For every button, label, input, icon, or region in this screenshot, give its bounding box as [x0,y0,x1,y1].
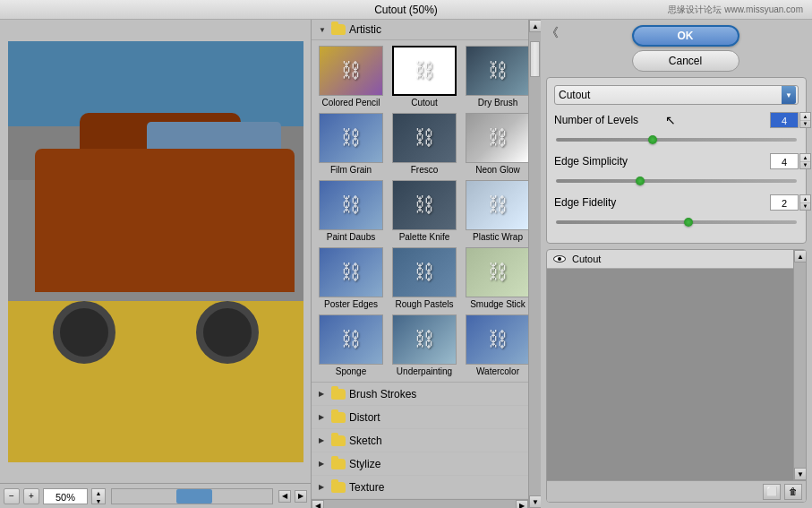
filter-item-poster-edges[interactable]: ⛓Poster Edges [315,245,387,311]
filter-thumb-palette-knife: ⛓ [392,180,457,230]
filter-item-cutout[interactable]: ⛓Cutout [389,44,460,109]
filter-label-plastic-wrap: Plastic Wrap [473,232,523,242]
layer-toolbar: ⬜ 🗑 [547,480,806,502]
filter-scroll-up[interactable]: ▲ [529,20,541,32]
category-stylize[interactable]: ▶Stylize [312,452,528,476]
filter-thumb-poster-edges: ⛓ [319,247,383,297]
zoom-out-button[interactable]: − [4,488,20,504]
filter-item-colored-pencil[interactable]: ⛓Colored Pencil [315,44,387,109]
filter-thumb-dry-brush: ⛓ [466,46,528,96]
spinner-up-icon[interactable]: ▲ [800,154,810,162]
zoom-spinner-up-icon[interactable]: ▲ [96,489,102,497]
num-levels-thumb[interactable] [648,135,657,144]
filter-item-palette-knife[interactable]: ⛓Palette Knife [389,178,460,244]
eye-shape [553,255,566,263]
filter-item-underpainting[interactable]: ⛓Underpainting [389,313,460,378]
edge-simplicity-slider[interactable] [556,179,797,183]
truck-wheel-left [53,301,115,364]
edge-fidelity-thumb[interactable] [684,218,693,227]
filter-item-fresco[interactable]: ⛓Fresco [389,111,460,177]
edge-simplicity-thumb[interactable] [636,177,645,185]
category-texture[interactable]: ▶Texture [312,476,528,499]
horizontal-scrollbar[interactable] [111,488,273,504]
filter-label-neon-glow: Neon Glow [475,165,519,175]
scroll-left-arrow[interactable]: ◀ [278,490,291,503]
zoom-in-button[interactable]: + [23,488,39,504]
filter-scroll-thumb[interactable] [530,41,540,77]
spinner-up-icon[interactable]: ▲ [800,195,810,203]
layer-scroll-up[interactable]: ▲ [794,250,807,263]
filter-item-smudge-stick[interactable]: ⛓Smudge Stick [462,245,528,311]
category-distort[interactable]: ▶Distort [312,406,528,429]
num-levels-value[interactable]: 4 [770,112,799,128]
chain-icon-palette-knife: ⛓ [415,194,434,217]
filter-item-plastic-wrap[interactable]: ⛓Plastic Wrap [462,178,528,244]
ok-button[interactable]: OK [632,25,739,47]
filter-dropdown-arrow[interactable]: ▼ [782,86,796,104]
filter-select-row: Cutout ▼ [554,85,799,105]
chain-icon-neon-glow: ⛓ [488,126,508,150]
edge-simplicity-spinner[interactable]: ▲ ▼ [799,153,811,169]
folder-icon-texture [331,482,346,493]
edge-fidelity-slider[interactable] [556,220,797,224]
filter-item-rough-pastels[interactable]: ⛓Rough Pastels [389,245,460,311]
filter-thumb-film-grain: ⛓ [319,113,383,163]
layer-delete-button[interactable]: 🗑 [784,484,802,500]
collapse-button[interactable]: ▼ [317,24,328,35]
scroll-right-arrow[interactable]: ▶ [295,490,307,503]
truck-main [35,149,295,292]
filter-thumb-fresco: ⛓ [392,113,457,163]
filter-label-cutout: Cutout [411,98,437,108]
filter-item-dry-brush[interactable]: ⛓Dry Brush [462,44,528,109]
filter-label-underpainting: Underpainting [397,366,452,376]
spinner-down-icon[interactable]: ▼ [800,162,810,169]
layer-content: Cutout [547,250,793,480]
cancel-button[interactable]: Cancel [632,50,739,72]
scroll-left-btn[interactable]: ◀ [312,500,324,509]
filter-item-paint-daubs[interactable]: ⛓Paint Daubs [315,178,387,244]
eye-icon[interactable] [552,254,567,264]
zoom-spinner-down-icon[interactable]: ▼ [96,497,102,505]
preview-toolbar: − + 50% ▲ ▼ ◀ ▶ [0,483,311,508]
edge-fidelity-spinner[interactable]: ▲ ▼ [799,194,811,211]
chain-icon-underpainting: ⛓ [415,328,434,351]
settings-panel: 《 OK Cancel Cutout ▼ Number of Levels ↖ … [541,20,812,508]
truck-wheel-right [196,301,259,364]
category-label-texture: Texture [349,481,384,494]
num-levels-slider-row [554,133,799,146]
scroll-right-btn[interactable]: ▶ [516,500,528,509]
scroll-track[interactable] [324,500,516,508]
filter-dropdown[interactable]: Cutout ▼ [554,85,799,105]
filter-scroll-down[interactable]: ▼ [529,495,541,508]
layer-add-button[interactable]: ⬜ [763,484,781,500]
spinner-down-icon[interactable]: ▼ [800,121,810,128]
edge-fidelity-value[interactable]: 2 [770,194,799,211]
layer-scroll-down[interactable]: ▼ [794,468,807,480]
spinner-down-icon[interactable]: ▼ [800,203,810,211]
num-levels-spinner[interactable]: ▲ ▼ [799,112,811,128]
edge-simplicity-label: Edge Simplicity [554,155,662,168]
filter-grid: ⛓Colored Pencil⛓Cutout⛓Dry Brush⛓Film Gr… [312,40,528,382]
spinner-up-icon[interactable]: ▲ [800,113,810,121]
category-sketch[interactable]: ▶Sketch [312,429,528,452]
folder-icon-brush-strokes [331,389,346,400]
layer-scroll-track[interactable] [794,263,806,468]
zoom-level-display[interactable]: 50% [43,488,88,504]
horizontal-scroll-thumb[interactable] [176,489,212,504]
filter-item-neon-glow[interactable]: ⛓Neon Glow [462,111,528,177]
zoom-spinner[interactable]: ▲ ▼ [91,488,106,504]
edge-simplicity-value[interactable]: 4 [770,153,799,169]
filter-scroll-track[interactable] [529,32,541,495]
filter-item-watercolor[interactable]: ⛓Watercolor [462,313,528,378]
category-brush-strokes[interactable]: ▶Brush Strokes [312,383,528,406]
num-levels-slider[interactable] [556,138,797,142]
filter-label-film-grain: Film Grain [330,165,372,175]
filter-label-poster-edges: Poster Edges [324,299,378,309]
collapse-preview-button[interactable]: 《 [546,25,559,41]
filter-item-film-grain[interactable]: ⛓Film Grain [315,111,387,177]
filter-scrollbar: ▲ ▼ [528,20,541,508]
edge-simplicity-control: 4 ▲ ▼ [770,153,799,169]
folder-icon-distort [331,412,346,423]
edge-fidelity-slider-row [554,216,799,228]
filter-item-sponge[interactable]: ⛓Sponge [315,313,387,378]
